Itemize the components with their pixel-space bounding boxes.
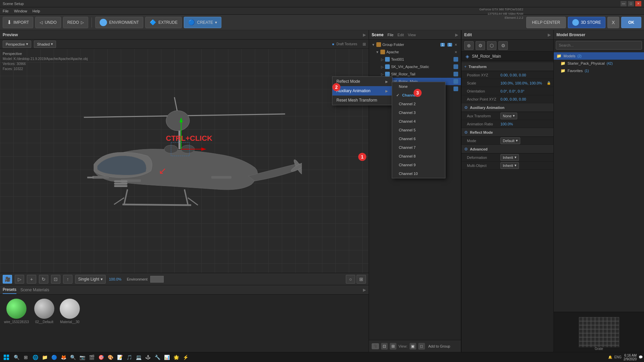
minimize-btn[interactable]: — — [621, 1, 627, 6]
text001-vis[interactable] — [453, 57, 458, 62]
preset-item-1[interactable]: 02__Default — [34, 299, 54, 324]
presets-tab[interactable]: Presets — [3, 286, 16, 294]
vp-screen-btn[interactable]: ⊞ — [357, 275, 366, 284]
submenu-channel8[interactable]: Channel 8 — [392, 152, 445, 161]
taskbar-icon-app10[interactable]: 📊 — [162, 353, 171, 362]
aux-section-header[interactable]: ⚙ Auxiliary Animation — [462, 103, 553, 112]
group-close[interactable]: ✕ — [453, 42, 458, 47]
tree-item-text001[interactable]: ▷ Text001 — [369, 56, 461, 63]
taskbar-icon-app11[interactable]: 🌟 — [172, 353, 180, 362]
shading-dropdown[interactable]: Shaded ▾ — [34, 41, 56, 48]
undo-button[interactable]: ◁ UNDO — [35, 17, 61, 28]
light-dropdown[interactable]: Single Light ▾ — [75, 275, 106, 284]
ctx-reset-mesh[interactable]: Reset Mesh Transform — [332, 96, 392, 105]
taskbar-chrome[interactable]: 🔵 — [50, 353, 58, 362]
scene-toggle-1[interactable]: ⊡ — [381, 343, 388, 350]
model-browser-search[interactable] — [556, 41, 642, 50]
scene-materials-tab[interactable]: Scene Materials — [20, 286, 49, 294]
tree-item-apache[interactable]: ▼ Apache ✕ — [369, 48, 461, 56]
add-group-btn[interactable]: Add to Group — [428, 344, 450, 348]
close-x-button[interactable]: X — [607, 17, 619, 28]
vp-circle-btn[interactable]: ○ — [346, 275, 355, 284]
viewport-collapse-arrow[interactable]: ▶ — [363, 33, 366, 37]
mode-dropdown[interactable]: Default ▾ — [500, 137, 520, 144]
help-center-button[interactable]: HELP CENTER — [526, 17, 566, 28]
taskbar-icon-app8[interactable]: 🕹 — [144, 353, 152, 362]
menu-window[interactable]: Window — [14, 9, 27, 13]
submenu-channel7[interactable]: Channel 7 — [392, 143, 445, 152]
tree-item-sk-vh[interactable]: ▷ SK_VH_Apache_Static — [369, 63, 461, 70]
tree-item-group-folder[interactable]: ▼ Group Folder 1 1 ✕ — [369, 41, 461, 48]
mb-item-models[interactable]: 📁 Models (2) — [554, 52, 644, 60]
ctx-auxiliary-animation[interactable]: Auxiliary Animation ▶ — [332, 86, 392, 96]
start-btn[interactable] — [1, 353, 11, 361]
close-btn[interactable]: ✕ — [635, 1, 641, 6]
object-vis[interactable] — [453, 86, 458, 91]
submenu-channel6[interactable]: Channel 6 — [392, 134, 445, 143]
maximize-btn[interactable]: □ — [628, 1, 634, 6]
edit-collapse[interactable]: ▶ — [548, 33, 551, 37]
rotate-btn[interactable]: ↻ — [39, 275, 48, 284]
transform-section-header[interactable]: + Transform — [462, 62, 553, 71]
submenu-channel2[interactable]: Channel 2 — [392, 100, 445, 108]
taskbar-notification[interactable]: 🔔 — [608, 355, 612, 359]
extrude-button[interactable]: 🔷 EXTRUDE — [145, 17, 182, 28]
scene-tab-edit[interactable]: Edit — [397, 33, 404, 37]
add-btn[interactable]: + — [27, 275, 36, 284]
mb-item-starter[interactable]: 📁 Starter_Pack_Physical (42) — [554, 60, 644, 67]
scale-tool-btn[interactable]: ⬡ — [487, 41, 496, 50]
submenu-channel4[interactable]: Channel 4 — [392, 117, 445, 126]
menu-help[interactable]: Help — [33, 9, 40, 13]
menu-file[interactable]: File — [3, 9, 9, 13]
transform-tool-btn[interactable]: ⊕ — [464, 41, 474, 50]
ctx-reflect-mode[interactable]: Reflect Mode ▶ — [332, 77, 392, 86]
rotate-tool-btn[interactable]: ⚙ — [476, 41, 485, 50]
ok-button[interactable]: OK — [621, 17, 641, 28]
presets-collapse[interactable]: ▶ — [363, 288, 366, 292]
submenu-channel10[interactable]: Channel 10 — [392, 169, 445, 178]
sk-vh-vis[interactable] — [453, 64, 458, 69]
taskbar-icon-app4[interactable]: 🎨 — [106, 353, 115, 362]
taskbar-icon-app2[interactable]: 🎬 — [87, 353, 96, 362]
viewport-expand-icon[interactable]: ⊞ — [363, 42, 366, 47]
taskbar-search[interactable]: 🔍 — [12, 353, 21, 362]
submenu-channel3[interactable]: Channel 3 — [392, 108, 445, 117]
redo-button[interactable]: REDO ▷ — [63, 17, 89, 28]
sm-main-vis[interactable] — [453, 79, 458, 84]
store-button[interactable]: 3D STORE — [568, 17, 605, 28]
create-button[interactable]: 🔵 CREATE ▾ — [184, 17, 221, 28]
preset-item-2[interactable]: Material__30 — [60, 299, 80, 324]
scene-view-icon-2[interactable]: □ — [418, 343, 425, 350]
taskbar-icon-search2[interactable]: 🔍 — [68, 353, 77, 362]
reflect-section-header[interactable]: ⚙ Reflect Mode — [462, 128, 553, 137]
sm-tail-vis[interactable] — [453, 72, 458, 76]
taskbar-icon-app5[interactable]: 📝 — [115, 353, 124, 362]
scene-collapse[interactable]: ▶ — [455, 33, 458, 37]
submenu-channel9[interactable]: Channel 9 — [392, 161, 445, 169]
taskbar-icon-app6[interactable]: 🎵 — [125, 353, 133, 362]
frame-btn[interactable]: ⊡ — [51, 275, 60, 284]
taskbar-icon-app9[interactable]: 🔧 — [153, 353, 162, 362]
taskbar-notification-icon[interactable]: 💬 — [639, 355, 643, 359]
scene-view-icon-1[interactable]: ▣ — [410, 343, 416, 350]
taskbar-icon-app7[interactable]: 💻 — [134, 353, 143, 362]
taskbar-folder[interactable]: 📁 — [40, 353, 49, 362]
import-button[interactable]: ⬇ IMPORT — [3, 17, 33, 28]
env-box[interactable] — [150, 276, 164, 283]
taskbar-icon-app12[interactable]: ⚡ — [181, 353, 190, 362]
export-btn[interactable]: ↑ — [63, 275, 72, 284]
taskbar-icon-app1[interactable]: 📷 — [78, 353, 87, 362]
deformation-dropdown[interactable]: Inherit ▾ — [500, 154, 519, 161]
submenu-channel5[interactable]: Channel 5 — [392, 126, 445, 134]
scene-cam-icon[interactable]: 🎥 — [372, 343, 379, 349]
apache-close[interactable]: ✕ — [453, 50, 458, 54]
camera-btn[interactable]: 🎥 — [3, 275, 12, 284]
settings-tool-btn[interactable]: ⚙ — [498, 41, 508, 50]
multi-object-dropdown[interactable]: Inherit ▾ — [500, 162, 519, 169]
taskbar-icon-app3[interactable]: 🎯 — [97, 353, 105, 362]
preset-item-0[interactable]: wire_153228153 — [4, 299, 29, 324]
perspective-dropdown[interactable]: Perspective ▾ — [3, 41, 31, 48]
taskbar-edge[interactable]: 🌐 — [31, 353, 40, 362]
aux-transform-dropdown[interactable]: None ▾ — [500, 113, 517, 119]
scene-tab-file[interactable]: File — [387, 33, 393, 37]
